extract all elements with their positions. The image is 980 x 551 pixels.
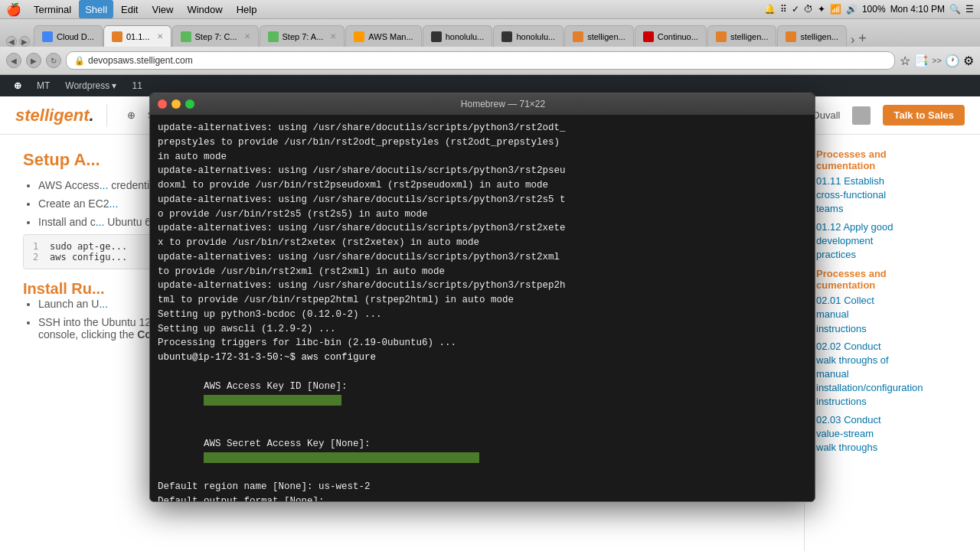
term-line-8: update-alternatives: using /usr/share/do… <box>158 221 807 236</box>
talk-to-sales-button[interactable]: Talk to Sales <box>883 105 965 126</box>
menubar-view[interactable]: View <box>145 0 179 18</box>
tab-close-step7a[interactable]: ✕ <box>330 32 336 41</box>
tab-label-cloud: Cloud D... <box>57 32 94 41</box>
forward-nav-button[interactable]: ▶ <box>26 53 41 68</box>
browser-tab-hon2[interactable]: honolulu... <box>493 25 564 47</box>
tab-favicon-aws <box>354 31 364 42</box>
site-logo: stelligent. <box>15 106 94 126</box>
terminal-aws-region: Default region name [None]: us-west-2 <box>158 480 807 494</box>
wp-count-item[interactable]: 11 <box>126 75 148 96</box>
term-line-2: prepstyles to provide /usr/bin/rst2odt_p… <box>158 135 807 150</box>
browser-tab-stel1[interactable]: stelligen... <box>564 25 634 47</box>
browser-tab-step7c[interactable]: Step 7: C... ✕ <box>172 25 259 47</box>
tab-label-stel1: stelligen... <box>587 32 626 41</box>
settings-icon[interactable]: ⚙ <box>963 54 974 68</box>
tab-label-stel3: stelligen... <box>800 32 838 41</box>
bluetooth-icon: ✦ <box>818 4 825 15</box>
tab-label-stel2: stelligen... <box>730 32 769 41</box>
header-divider <box>106 104 107 127</box>
sidebar-link-0201[interactable]: 02.01 Collectmanualinstructions <box>816 294 969 336</box>
user-avatar <box>852 106 871 125</box>
link-access[interactable]: ... <box>100 179 109 191</box>
new-tab-button[interactable]: + <box>858 31 867 47</box>
address-text: devopsaws.stelligent.com <box>88 55 193 66</box>
notification-icon: 🔔 <box>764 4 776 15</box>
tab-favicon-step7c <box>181 31 191 42</box>
link-ec2[interactable]: ... <box>109 197 119 210</box>
code-line-2: aws configu... <box>50 252 127 262</box>
menu-icon[interactable]: ☰ <box>965 4 974 15</box>
term-line-4: update-alternatives: using /usr/share/do… <box>158 164 807 178</box>
wifi-icon: 📶 <box>830 4 841 15</box>
header-nav-site[interactable]: ⊕ <box>127 109 136 121</box>
terminal-maximize-button[interactable] <box>185 99 194 109</box>
term-line-6: update-alternatives: using /usr/share/do… <box>158 193 807 207</box>
forward-button[interactable]: ▶ <box>19 36 30 47</box>
menubar-terminal[interactable]: Terminal <box>28 0 77 18</box>
reload-button[interactable]: ↻ <box>46 53 61 68</box>
apple-menu-icon[interactable]: 🍎 <box>6 2 21 17</box>
tab-close-step7c[interactable]: ✕ <box>244 32 250 41</box>
battery-label: 100% <box>862 4 886 15</box>
check-icon: ✓ <box>792 4 799 15</box>
browser-nav-icons: ☆ 📑 >> 🕐 ⚙ <box>900 54 974 68</box>
back-nav-button[interactable]: ◀ <box>6 53 21 68</box>
tab-label-active: 01.1... <box>126 32 150 41</box>
terminal-aws-output: Default output format [None]: <box>158 494 807 502</box>
terminal-body[interactable]: update-alternatives: using /usr/share/do… <box>150 115 815 501</box>
code-content: sudo apt-ge... aws configu... <box>50 241 127 262</box>
sidebar-link-0112[interactable]: 01.12 Apply gooddevelopmentpractices <box>816 220 969 262</box>
browser-tab-active[interactable]: 01.1... ✕ <box>103 25 172 47</box>
browser-tab-aws[interactable]: AWS Man... <box>345 25 421 47</box>
browser-tab-step7a[interactable]: Step 7: A... ✕ <box>260 25 345 47</box>
sidebar-link-0111[interactable]: 01.11 Establishcross-functionalteams <box>816 174 969 217</box>
sidebar-link-0203[interactable]: 02.03 Conductvalue-streamwalk throughs <box>816 413 969 455</box>
term-line-9: x to provide /usr/bin/rst2xetex (rst2xet… <box>158 236 807 250</box>
term-line-5: doxml to provide /usr/bin/rst2pseudoxml … <box>158 178 807 193</box>
browser-tab-stel2[interactable]: stelligen... <box>707 25 777 47</box>
tab-label-step7c: Step 7: C... <box>195 32 237 41</box>
tab-favicon-hon1 <box>431 31 442 42</box>
address-bar[interactable]: 🔒 devopsaws.stelligent.com <box>66 51 895 70</box>
bookmark-list-icon[interactable]: 📑 <box>913 54 929 68</box>
browser-tab-hon1[interactable]: honolulu... <box>423 25 493 47</box>
tab-favicon-hon2 <box>501 31 512 42</box>
processes-section-title: Processes andcumentation <box>816 148 969 171</box>
search-icon[interactable]: 🔍 <box>949 4 961 15</box>
browser-tab-stel3[interactable]: stelligen... <box>777 25 847 47</box>
menubar-shell[interactable]: Shell <box>79 0 113 18</box>
wp-mt-item[interactable]: MT <box>31 75 56 96</box>
extensions-button[interactable]: >> <box>932 56 942 65</box>
browser-nav-bar: ◀ ▶ ↻ 🔒 devopsaws.stelligent.com ☆ 📑 >> … <box>0 47 980 74</box>
tab-favicon-stel1 <box>573 31 583 42</box>
tab-favicon-active <box>112 31 122 42</box>
more-tabs-button[interactable]: › <box>851 33 854 47</box>
processes-section-title-2: Processes andcumentation <box>816 268 969 291</box>
link-launch[interactable]: ... <box>99 298 108 310</box>
clock-icon: ⏱ <box>804 4 813 15</box>
link-install[interactable]: ... <box>96 216 105 228</box>
menubar-window[interactable]: Window <box>181 0 228 18</box>
menubar-edit[interactable]: Edit <box>115 0 144 18</box>
line-num-2: 2 <box>33 252 44 262</box>
wp-logo-item[interactable]: ⊕ <box>8 75 28 96</box>
tab-close-active[interactable]: ✕ <box>157 32 163 41</box>
menubar-help[interactable]: Help <box>230 0 263 18</box>
main-area: ◀ ▶ Cloud D... 01.1... ✕ Step 7: C... ✕ … <box>0 19 980 551</box>
code-line-1: sudo apt-ge... <box>50 241 127 252</box>
wp-wordpress-item[interactable]: Wordpress ▾ <box>59 75 122 96</box>
lock-icon: 🔒 <box>74 56 85 66</box>
tab-label-hon1: honolulu... <box>446 32 485 41</box>
sidebar-link-0202[interactable]: 02.02 Conductwalk throughs ofmanualinsta… <box>816 340 969 409</box>
terminal-close-button[interactable] <box>158 99 167 109</box>
tab-label-aws: AWS Man... <box>368 32 413 41</box>
browser-tab-cloud[interactable]: Cloud D... <box>34 25 103 47</box>
back-button[interactable]: ◀ <box>6 36 17 47</box>
mac-menubar: 🍎 Terminal Shell Edit View Window Help 🔔… <box>0 0 980 19</box>
bookmark-star-icon[interactable]: ☆ <box>900 54 910 68</box>
browser-tab-cont[interactable]: Continuo... <box>635 25 707 47</box>
term-line-14: Setting up python3-bcdoc (0.12.0-2) ... <box>158 308 807 322</box>
terminal-minimize-button[interactable] <box>172 99 181 109</box>
tab-label-hon2: honolulu... <box>516 32 555 41</box>
history-icon[interactable]: 🕐 <box>945 54 960 68</box>
